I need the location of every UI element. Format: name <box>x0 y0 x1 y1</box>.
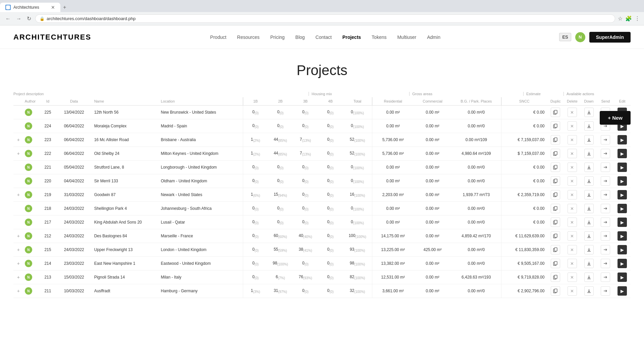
send-button[interactable] <box>601 286 610 296</box>
send-button[interactable] <box>601 135 610 144</box>
delete-button[interactable]: ✕ <box>568 149 577 158</box>
download-button[interactable] <box>584 163 594 172</box>
down-cell[interactable] <box>581 161 597 174</box>
expand-cell[interactable]: + <box>13 147 23 161</box>
send-button[interactable] <box>601 218 610 227</box>
expand-button[interactable]: + <box>17 261 20 266</box>
send-button[interactable] <box>601 163 610 172</box>
expand-cell[interactable] <box>13 216 23 229</box>
delete-button[interactable]: ✕ <box>568 108 577 117</box>
send-button[interactable] <box>601 190 610 199</box>
expand-button[interactable]: + <box>17 151 20 156</box>
down-cell[interactable] <box>581 270 597 284</box>
delete-cell[interactable]: ✕ <box>564 174 581 188</box>
send-button[interactable] <box>601 231 610 241</box>
download-button[interactable] <box>584 245 594 254</box>
edit-cell[interactable]: ▶ <box>614 216 631 229</box>
nav-product[interactable]: Product <box>210 35 226 40</box>
delete-cell[interactable]: ✕ <box>564 147 581 161</box>
edit-cell[interactable]: ▶ <box>614 188 631 202</box>
download-button[interactable] <box>584 108 594 117</box>
delete-button[interactable]: ✕ <box>568 135 577 144</box>
down-cell[interactable] <box>581 119 597 133</box>
duplicate-button[interactable] <box>551 273 560 282</box>
new-tab-button[interactable]: + <box>60 3 69 12</box>
delete-button[interactable]: ✕ <box>568 286 577 296</box>
delete-button[interactable]: ✕ <box>568 259 577 268</box>
bookmark-icon[interactable]: ☆ <box>618 15 623 22</box>
send-cell[interactable] <box>597 188 614 202</box>
open-button[interactable]: ▶ <box>618 231 627 241</box>
new-project-button[interactable]: + New <box>600 111 631 125</box>
nav-admin[interactable]: Admin <box>427 35 440 40</box>
send-button[interactable] <box>601 204 610 213</box>
duplic-cell[interactable] <box>547 147 564 161</box>
send-cell[interactable] <box>597 284 614 298</box>
open-button[interactable]: ▶ <box>618 273 627 282</box>
down-cell[interactable] <box>581 133 597 147</box>
duplicate-button[interactable] <box>551 121 560 131</box>
duplic-cell[interactable] <box>547 243 564 257</box>
duplic-cell[interactable] <box>547 284 564 298</box>
edit-cell[interactable]: ▶ <box>614 133 631 147</box>
duplicate-button[interactable] <box>551 135 560 144</box>
send-button[interactable] <box>601 273 610 282</box>
delete-cell[interactable]: ✕ <box>564 257 581 270</box>
expand-cell[interactable]: + <box>13 284 23 298</box>
delete-button[interactable]: ✕ <box>568 273 577 282</box>
expand-cell[interactable]: + <box>13 257 23 270</box>
expand-button[interactable]: + <box>17 247 20 252</box>
duplicate-button[interactable] <box>551 163 560 172</box>
download-button[interactable] <box>584 135 594 144</box>
duplic-cell[interactable] <box>547 229 564 243</box>
expand-cell[interactable]: + <box>13 188 23 202</box>
delete-cell[interactable]: ✕ <box>564 161 581 174</box>
duplicate-button[interactable] <box>551 245 560 254</box>
expand-button[interactable]: + <box>17 275 20 280</box>
duplic-cell[interactable] <box>547 270 564 284</box>
delete-cell[interactable]: ✕ <box>564 106 581 119</box>
download-button[interactable] <box>584 259 594 268</box>
delete-button[interactable]: ✕ <box>568 218 577 227</box>
nav-tokens[interactable]: Tokens <box>372 35 386 40</box>
expand-button[interactable]: + <box>17 192 20 197</box>
expand-button[interactable]: + <box>17 233 20 239</box>
duplic-cell[interactable] <box>547 188 564 202</box>
send-button[interactable] <box>601 176 610 186</box>
delete-cell[interactable]: ✕ <box>564 188 581 202</box>
user-avatar[interactable]: N <box>575 32 585 42</box>
edit-cell[interactable]: ▶ <box>614 257 631 270</box>
send-button[interactable] <box>601 149 610 158</box>
reload-button[interactable]: ↻ <box>25 14 33 23</box>
delete-button[interactable]: ✕ <box>568 231 577 241</box>
download-button[interactable] <box>584 218 594 227</box>
expand-button[interactable]: + <box>17 288 20 294</box>
download-button[interactable] <box>584 190 594 199</box>
duplicate-button[interactable] <box>551 286 560 296</box>
expand-cell[interactable]: + <box>13 229 23 243</box>
delete-cell[interactable]: ✕ <box>564 243 581 257</box>
duplicate-button[interactable] <box>551 108 560 117</box>
duplic-cell[interactable] <box>547 106 564 119</box>
nav-pricing[interactable]: Pricing <box>270 35 285 40</box>
tab-close-button[interactable]: ✕ <box>51 5 55 10</box>
open-button[interactable]: ▶ <box>618 149 627 158</box>
expand-cell[interactable] <box>13 106 23 119</box>
send-cell[interactable] <box>597 229 614 243</box>
delete-button[interactable]: ✕ <box>568 245 577 254</box>
send-cell[interactable] <box>597 257 614 270</box>
duplicate-button[interactable] <box>551 231 560 241</box>
expand-button[interactable]: + <box>17 137 20 142</box>
edit-cell[interactable]: ▶ <box>614 243 631 257</box>
expand-cell[interactable] <box>13 161 23 174</box>
download-button[interactable] <box>584 231 594 241</box>
delete-cell[interactable]: ✕ <box>564 270 581 284</box>
open-button[interactable]: ▶ <box>618 286 627 296</box>
delete-cell[interactable]: ✕ <box>564 216 581 229</box>
down-cell[interactable] <box>581 147 597 161</box>
duplic-cell[interactable] <box>547 133 564 147</box>
download-button[interactable] <box>584 121 594 131</box>
delete-button[interactable]: ✕ <box>568 163 577 172</box>
delete-cell[interactable]: ✕ <box>564 119 581 133</box>
down-cell[interactable] <box>581 284 597 298</box>
